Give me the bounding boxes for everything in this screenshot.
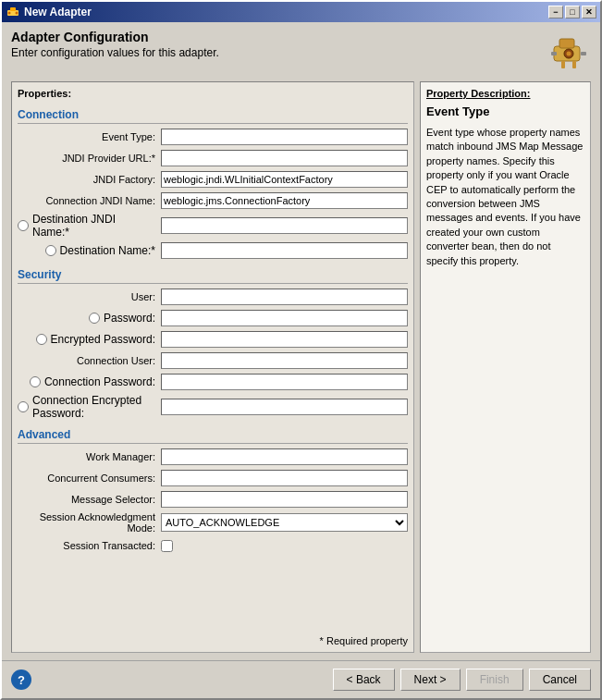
connection-header: Connection [18, 108, 408, 124]
cancel-button[interactable]: Cancel [529, 669, 591, 691]
section-connection: Connection Event Type: JNDI Provider URL… [18, 103, 408, 263]
close-button[interactable]: ✕ [582, 6, 596, 18]
advanced-header: Advanced [18, 428, 408, 444]
header-icon-area [547, 30, 591, 74]
conn-user-label: Connection User: [18, 355, 161, 366]
prop-desc-title: Event Type [426, 104, 584, 118]
security-header: Security [18, 268, 408, 284]
conn-enc-password-input[interactable] [161, 399, 408, 415]
svg-rect-10 [561, 61, 565, 68]
conn-jndi-name-label: Connection JNDI Name: [18, 195, 161, 206]
header-section: Adapter Configuration Enter configuratio… [11, 30, 591, 74]
password-label: Password: [18, 312, 161, 325]
title-bar-buttons: − □ ✕ [548, 6, 596, 18]
session-ack-mode-select[interactable]: AUTO_ACKNOWLEDGE CLIENT_ACKNOWLEDGE DUPS… [161, 513, 408, 532]
password-radio[interactable] [89, 313, 100, 324]
svg-rect-11 [572, 61, 576, 68]
bottom-bar: ? < Back Next > Finish Cancel [2, 660, 600, 698]
session-ack-mode-label: Session Acknowledgment Mode: [18, 511, 161, 534]
conn-enc-password-radio[interactable] [18, 401, 29, 412]
left-panel: Properties: Connection Event Type: JNDI … [11, 81, 414, 653]
jndi-factory-input[interactable] [161, 171, 408, 188]
page-subtitle: Enter configuration values for this adap… [11, 46, 219, 59]
enc-password-radio[interactable] [36, 334, 47, 345]
window: New Adapter − □ ✕ Adapter Configuration … [0, 0, 602, 700]
enc-password-label: Encrypted Password: [18, 333, 161, 346]
jndi-factory-row: JNDI Factory: [18, 170, 408, 189]
user-input[interactable] [161, 289, 408, 305]
main-area: Properties: Connection Event Type: JNDI … [11, 81, 591, 653]
svg-rect-9 [581, 52, 586, 55]
bottom-buttons: < Back Next > Finish Cancel [333, 669, 591, 691]
maximize-button[interactable]: □ [565, 6, 580, 18]
work-manager-input[interactable] [161, 448, 408, 465]
concurrent-consumers-row: Concurrent Consumers: [18, 469, 408, 487]
svg-point-3 [16, 12, 18, 15]
conn-user-input[interactable] [161, 352, 408, 369]
title-bar: New Adapter − □ ✕ [2, 2, 600, 22]
dest-jndi-name-input[interactable] [161, 217, 408, 234]
conn-password-input[interactable] [161, 374, 408, 390]
window-title: New Adapter [24, 6, 92, 18]
concurrent-consumers-label: Concurrent Consumers: [18, 473, 161, 484]
section-advanced: Advanced Work Manager: Concurrent Consum… [18, 423, 408, 558]
message-selector-row: Message Selector: [18, 490, 408, 509]
page-title: Adapter Configuration [11, 30, 219, 44]
next-button[interactable]: Next > [400, 669, 461, 691]
jndi-url-label: JNDI Provider URL:* [18, 153, 161, 164]
conn-jndi-name-row: Connection JNDI Name: [18, 191, 408, 210]
dest-name-input[interactable] [161, 242, 408, 259]
message-selector-input[interactable] [161, 491, 408, 508]
svg-rect-1 [10, 7, 16, 11]
minimize-button[interactable]: − [548, 6, 563, 18]
session-ack-mode-row: Session Acknowledgment Mode: AUTO_ACKNOW… [18, 511, 408, 534]
event-type-label: Event Type: [18, 131, 161, 142]
concurrent-consumers-input[interactable] [161, 470, 408, 486]
event-type-input[interactable] [161, 129, 408, 145]
conn-password-radio[interactable] [30, 376, 41, 387]
session-transacted-checkbox[interactable] [161, 540, 173, 552]
password-row: Password: [18, 309, 408, 327]
dest-jndi-name-label: Destination JNDI Name:* [18, 213, 161, 239]
adapter-header-icon [547, 30, 591, 74]
session-transacted-row: Session Transacted: [18, 536, 408, 555]
properties-label: Properties: [18, 88, 408, 99]
user-row: User: [18, 288, 408, 306]
enc-password-row: Encrypted Password: [18, 330, 408, 349]
work-manager-label: Work Manager: [18, 451, 161, 462]
message-selector-label: Message Selector: [18, 494, 161, 505]
back-button[interactable]: < Back [333, 669, 395, 691]
section-security: Security User: Password: [18, 263, 408, 423]
event-type-row: Event Type: [18, 128, 408, 146]
svg-point-2 [8, 12, 11, 15]
dest-name-label: Destination Name:* [18, 244, 161, 257]
password-input[interactable] [161, 310, 408, 326]
enc-password-input[interactable] [161, 331, 408, 348]
dest-name-radio[interactable] [45, 245, 56, 256]
user-label: User: [18, 291, 161, 302]
property-desc-label: Property Description: [426, 88, 584, 99]
session-transacted-label: Session Transacted: [18, 540, 161, 551]
conn-jndi-name-input[interactable] [161, 192, 408, 209]
dest-jndi-name-row: Destination JNDI Name:* [18, 213, 408, 239]
adapter-icon [6, 5, 20, 19]
jndi-url-input[interactable] [161, 150, 408, 166]
conn-enc-password-row: Connection Encrypted Password: [18, 394, 408, 420]
svg-rect-5 [559, 39, 574, 48]
prop-desc-text: Event type whose property names match in… [426, 126, 584, 268]
right-panel: Property Description: Event Type Event t… [420, 81, 591, 653]
svg-point-7 [567, 52, 571, 56]
svg-rect-8 [551, 52, 557, 55]
help-button[interactable]: ? [11, 669, 31, 690]
conn-user-row: Connection User: [18, 351, 408, 370]
dest-jndi-radio[interactable] [18, 220, 29, 231]
work-manager-row: Work Manager: [18, 448, 408, 466]
title-bar-left: New Adapter [6, 5, 92, 19]
header-text: Adapter Configuration Enter configuratio… [11, 30, 219, 59]
jndi-url-row: JNDI Provider URL:* [18, 149, 408, 167]
required-note: * Required property [18, 632, 408, 646]
conn-password-row: Connection Password: [18, 373, 408, 391]
finish-button[interactable]: Finish [466, 669, 523, 691]
dest-name-row: Destination Name:* [18, 241, 408, 260]
jndi-factory-label: JNDI Factory: [18, 174, 161, 185]
